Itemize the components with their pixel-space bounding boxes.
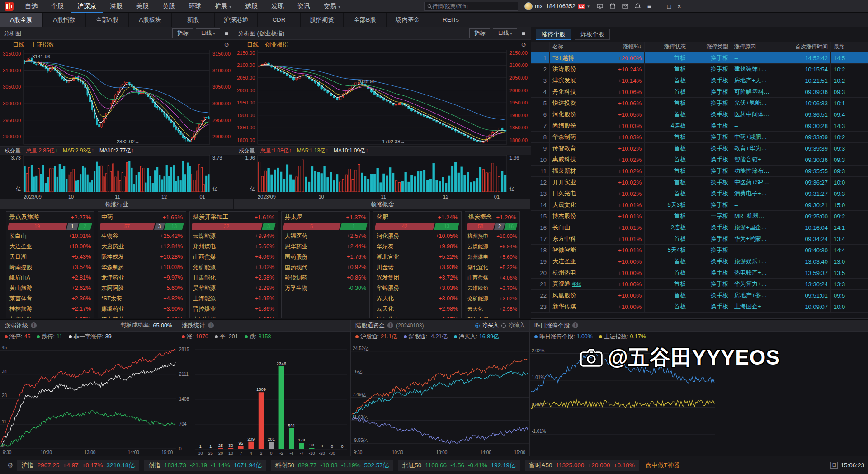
menu-item[interactable]: 自选 bbox=[18, 0, 44, 13]
table-row[interactable]: 8华森制药+10.03%首板换手板中药+减肥…09:33:0910:2 bbox=[531, 132, 868, 143]
menu-list-icon[interactable]: ≡ bbox=[647, 3, 651, 9]
sector-stock-row[interactable]: 恩华药业+2.44% bbox=[282, 242, 369, 252]
sector-stock-row[interactable]: 天目湖+5.43% bbox=[6, 252, 94, 262]
table-row[interactable]: 19大连圣亚+10.00%首板换手板旅游娱乐+…13:03:4013:0 bbox=[531, 256, 868, 267]
menu-item[interactable]: 资讯 bbox=[291, 0, 317, 13]
maximize-icon[interactable]: □ bbox=[667, 3, 671, 9]
sector-stock-row[interactable]: 国药股份+1.76% bbox=[282, 252, 369, 262]
chevron-down-icon[interactable]: ▾ bbox=[587, 4, 590, 9]
table-row[interactable]: 14大晟文化+10.01%5天3板换手板--09:30:2115:0 bbox=[531, 199, 868, 211]
radio-unselected[interactable] bbox=[501, 323, 506, 328]
sector-panel-header[interactable]: 景点及旅游+2.27% bbox=[6, 212, 94, 223]
sector-stock-row[interactable]: 岭南控股+3.54% bbox=[6, 262, 94, 273]
header-cell[interactable]: 涨停状态 bbox=[644, 42, 689, 52]
user-account[interactable]: mx_184106352 L2 ▾ bbox=[524, 2, 590, 10]
sector-stock-row[interactable]: 川金诺+3.93% bbox=[373, 262, 461, 273]
subtab[interactable]: A股全景 bbox=[0, 13, 43, 27]
sector-stock-row[interactable]: 郑州煤电+5.60% bbox=[190, 242, 278, 252]
menu-item[interactable]: 发现 bbox=[264, 0, 291, 13]
table-row[interactable]: 17东方中科+10.01%首板换手板华为+鸿蒙…09:34:2413:4 bbox=[531, 233, 868, 245]
sector-stock-row[interactable]: 大连圣亚+10.00% bbox=[6, 242, 94, 252]
info-icon[interactable] bbox=[31, 322, 37, 328]
subtab[interactable]: 股指期货 bbox=[301, 13, 344, 27]
menu-item[interactable]: 港股 bbox=[103, 0, 129, 13]
subtab[interactable]: CDR bbox=[258, 13, 301, 27]
sector-stock-row[interactable]: 昊华能源+2.29% bbox=[190, 283, 278, 294]
sector-stock-row[interactable]: *ST太安+4.82% bbox=[98, 294, 186, 304]
indicator-button[interactable]: 指标 bbox=[172, 28, 193, 38]
sector-stock-row[interactable]: 中国神华+1.85% bbox=[190, 314, 278, 318]
sector-stock-row[interactable]: 晋控煤业+1.86% bbox=[190, 304, 278, 314]
sector-stock-row[interactable]: 鄂尔多斯+2.83% bbox=[465, 314, 519, 318]
switch-window-icon[interactable] bbox=[597, 3, 603, 9]
header-cell[interactable]: 名称 bbox=[549, 42, 600, 52]
header-cell[interactable]: 涨停类型 bbox=[689, 42, 731, 52]
search-box[interactable] bbox=[424, 2, 518, 11]
table-row[interactable]: 7尚纬股份+10.03%4连板换手板--09:30:2814:3 bbox=[531, 120, 868, 132]
table-row[interactable]: 21真视通华鲲+10.00%首板换手板华为算力+…13:30:2413:3 bbox=[531, 279, 868, 290]
table-row[interactable]: 5悦达投资+10.06%首板换手板光伏+氢能…10:06:3310:1 bbox=[531, 98, 868, 109]
subtab[interactable]: 全部B股 bbox=[344, 13, 387, 27]
table-row[interactable]: 12开开实业+10.02%首板换手板中医药+SP…09:36:2710:0 bbox=[531, 177, 868, 188]
menu-item[interactable]: 个股 bbox=[44, 0, 71, 13]
radio-label[interactable]: 净买入 bbox=[482, 322, 499, 329]
header-cell[interactable]: 涨停原因 bbox=[731, 42, 782, 52]
subtab[interactable]: 新股 bbox=[172, 13, 215, 27]
sector-stock-row[interactable]: 云天化+2.98% bbox=[373, 304, 461, 314]
menu-item[interactable]: 英股 bbox=[156, 0, 182, 13]
sector-panel-header[interactable]: 煤炭概念+1.20% bbox=[465, 212, 519, 223]
calendar-icon[interactable]: 日 bbox=[830, 462, 838, 469]
sector-stock-row[interactable]: 生物谷+25.42% bbox=[98, 231, 186, 242]
menu-item[interactable]: 交易▾ bbox=[317, 0, 347, 13]
sector-stock-row[interactable]: 山西焦煤+4.06% bbox=[465, 273, 519, 283]
sector-stock-row[interactable]: 云煤能源+9.94% bbox=[465, 242, 519, 252]
panel-menu-icon[interactable]: ≡ bbox=[520, 30, 527, 37]
subtab[interactable]: 场内基金 bbox=[387, 13, 429, 27]
index-quote[interactable]: 富时A5011325.000+20.000+0.18% bbox=[525, 460, 639, 471]
period-select[interactable]: 日线▾ bbox=[196, 28, 220, 38]
indicator-button[interactable]: 指标 bbox=[469, 28, 490, 38]
index-quote[interactable]: 沪指2967.25+4.97+0.17%3210.18亿 bbox=[17, 460, 139, 471]
sector-stock-row[interactable]: 九华旅游+1.97% bbox=[6, 314, 94, 318]
header-cell[interactable]: 首次涨停时间 bbox=[782, 42, 830, 52]
sector-stock-row[interactable]: 郑州煤电+5.60% bbox=[465, 252, 519, 262]
sector-stock-row[interactable]: 黄山旅游+2.62% bbox=[6, 283, 94, 294]
minimize-icon[interactable]: – bbox=[657, 3, 661, 9]
info-icon[interactable] bbox=[572, 322, 578, 328]
subtab[interactable]: 沪深港通 bbox=[215, 13, 258, 27]
sector-stock-row[interactable]: 云维股份+3.70% bbox=[465, 283, 519, 294]
sector-stock-row[interactable]: 大唐药业+12.84% bbox=[98, 242, 186, 252]
gear-icon[interactable]: ⚙ bbox=[7, 461, 13, 469]
sector-stock-row[interactable]: 上海能源+1.95% bbox=[190, 294, 278, 304]
panel-menu-icon[interactable]: ≡ bbox=[223, 30, 230, 37]
index-quote[interactable]: 科创50829.77-10.03-1.19%502.57亿 bbox=[271, 460, 393, 471]
sector-stock-row[interactable]: 陇神戎发+10.28% bbox=[98, 252, 186, 262]
radio-selected[interactable] bbox=[475, 323, 480, 328]
table-row[interactable]: 20杭州热电+10.00%首板换手板热电联产+…13:59:3713:5 bbox=[531, 267, 868, 279]
table-row[interactable]: 16长白山+10.01%2连板换手板旅游+国企…10:16:0414:1 bbox=[531, 222, 868, 233]
table-row[interactable]: 15博杰股份+10.01%首板一字板MR+机器…09:25:0009:2 bbox=[531, 211, 868, 222]
sector-panel-header[interactable]: 芬太尼+1.37% bbox=[282, 212, 369, 223]
sector-stock-row[interactable]: 杭州热电+10.00% bbox=[465, 231, 519, 242]
sector-panel-header[interactable]: 煤炭开采加工+1.61% bbox=[190, 212, 278, 223]
bell-icon[interactable] bbox=[635, 3, 641, 9]
sector-stock-row[interactable]: 长白山+10.01% bbox=[6, 231, 94, 242]
sector-panel-header[interactable]: 化肥+1.24% bbox=[373, 212, 461, 223]
subtab[interactable]: A股指数 bbox=[43, 13, 86, 27]
avatar[interactable] bbox=[524, 2, 533, 10]
table-row[interactable]: 13日久光电+10.02%首板换手板消费电子+…09:31:2709:3 bbox=[531, 188, 868, 199]
header-cell[interactable]: 涨幅%↓ bbox=[600, 42, 644, 52]
limit-up-tab[interactable]: 涨停个股 bbox=[536, 29, 571, 40]
menu-item[interactable]: 扩展▾ bbox=[208, 0, 238, 13]
t-trade-tool-link[interactable]: 盘中做T神器 bbox=[646, 461, 680, 469]
sector-stock-row[interactable]: 万孚生物-0.30% bbox=[282, 283, 369, 294]
mail-icon[interactable] bbox=[622, 3, 628, 9]
table-row[interactable]: 22凤凰股份+10.00%首板换手板房地产+参…09:51:0109:5 bbox=[531, 290, 868, 301]
sector-panel-header[interactable]: 中药+1.66% bbox=[98, 212, 186, 223]
subtab[interactable]: 全部A股 bbox=[86, 13, 129, 27]
sector-stock-row[interactable]: 湖北宜化+5.22% bbox=[465, 262, 519, 273]
period-select[interactable]: 日线▾ bbox=[493, 28, 517, 38]
header-cell[interactable] bbox=[531, 42, 549, 52]
refresh-icon[interactable]: ↺ bbox=[521, 41, 526, 48]
menu-item[interactable]: 沪深京 bbox=[71, 0, 103, 13]
